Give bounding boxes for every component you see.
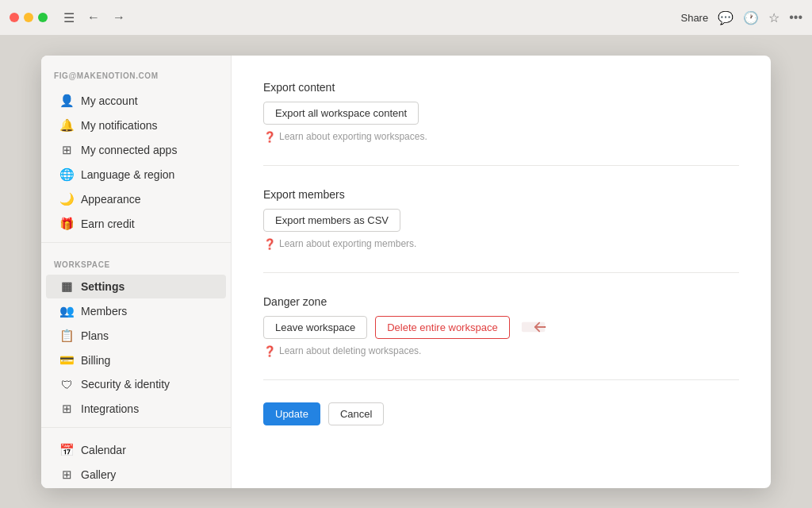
sidebar-item-my-connected-apps[interactable]: ⊞My connected apps	[46, 138, 226, 162]
export-content-help: ❓ Learn about exporting workspaces.	[263, 131, 739, 143]
titlebar-left: ☰ ← →	[10, 9, 128, 27]
help-icon-export: ❓	[263, 131, 276, 143]
help-icon-members: ❓	[263, 238, 276, 250]
integrations-icon: ⊞	[59, 402, 75, 416]
security-identity-label: Security & identity	[81, 378, 170, 391]
history-icon[interactable]: 🕐	[743, 10, 759, 25]
content-area: Export content Export all workspace cont…	[232, 56, 771, 488]
appearance-label: Appearance	[81, 193, 141, 206]
appearance-icon: 🌙	[59, 192, 75, 206]
sidebar: FIG@MAKENOTION.COM 👤My account🔔My notifi…	[41, 56, 232, 488]
delete-workspace-button[interactable]: Delete entire workspace	[375, 316, 509, 339]
sidebar-divider	[41, 242, 231, 243]
footer-buttons: Update Cancel	[263, 402, 739, 425]
sidebar-email: FIG@MAKENOTION.COM	[41, 71, 231, 88]
gallery-label: Gallery	[81, 468, 116, 481]
star-icon[interactable]: ☆	[768, 10, 779, 25]
export-content-title: Export content	[263, 81, 739, 94]
minimize-button[interactable]	[24, 13, 33, 22]
sidebar-item-security-identity[interactable]: 🛡Security & identity	[46, 373, 226, 396]
plans-label: Plans	[81, 329, 109, 342]
titlebar: ☰ ← → Share 💬 🕐 ☆ •••	[0, 0, 812, 35]
danger-zone-title: Danger zone	[263, 295, 739, 308]
leave-workspace-button[interactable]: Leave workspace	[263, 316, 367, 339]
hamburger-icon[interactable]: ☰	[60, 9, 78, 27]
forward-icon[interactable]: →	[109, 9, 128, 26]
account-nav: 👤My account🔔My notifications⊞My connecte…	[41, 89, 231, 236]
workspace-nav: ▦Settings👥Members📋Plans💳Billing🛡Security…	[41, 275, 231, 421]
sidebar-item-my-account[interactable]: 👤My account	[46, 89, 226, 113]
security-identity-icon: 🛡	[59, 378, 75, 391]
svg-rect-0	[522, 322, 545, 332]
settings-icon: ▦	[59, 279, 75, 294]
update-button[interactable]: Update	[263, 402, 320, 425]
fullscreen-button[interactable]	[38, 13, 48, 22]
cancel-button[interactable]: Cancel	[328, 402, 384, 425]
sidebar-item-plans[interactable]: 📋Plans	[46, 324, 226, 348]
sidebar-item-integrations[interactable]: ⊞Integrations	[46, 397, 226, 421]
danger-zone-help: ❓ Learn about deleting workspaces.	[263, 345, 739, 357]
sidebar-item-my-notifications[interactable]: 🔔My notifications	[46, 114, 226, 137]
sidebar-item-gallery[interactable]: ⊞Gallery	[46, 463, 226, 487]
integrations-label: Integrations	[81, 402, 139, 415]
main-area: FIG@MAKENOTION.COM 👤My account🔔My notifi…	[0, 35, 812, 508]
danger-zone-buttons: Leave workspace Delete entire workspace	[263, 316, 739, 339]
plans-icon: 📋	[59, 329, 75, 343]
sidebar-item-members[interactable]: 👥Members	[46, 299, 226, 323]
my-account-icon: 👤	[59, 94, 75, 108]
export-members-help-text: Learn about exporting members.	[279, 238, 416, 249]
billing-icon: 💳	[59, 353, 75, 368]
my-connected-apps-icon: ⊞	[59, 143, 75, 157]
back-icon[interactable]: ←	[84, 9, 103, 26]
sidebar-divider-2	[41, 427, 231, 428]
calendar-icon: 📅	[59, 443, 75, 457]
members-icon: 👥	[59, 304, 75, 318]
traffic-lights	[10, 13, 48, 22]
comment-icon[interactable]: 💬	[718, 10, 733, 25]
export-all-workspace-button[interactable]: Export all workspace content	[263, 102, 419, 125]
help-icon-danger: ❓	[263, 345, 276, 357]
arrow-indicator	[521, 319, 546, 335]
sidebar-item-earn-credit[interactable]: 🎁Earn credit	[46, 212, 226, 236]
earn-credit-label: Earn credit	[81, 217, 135, 230]
share-button[interactable]: Share	[680, 12, 708, 24]
sidebar-item-appearance[interactable]: 🌙Appearance	[46, 187, 226, 211]
settings-label: Settings	[81, 280, 124, 293]
bottom-nav: 📅Calendar⊞Gallery	[41, 434, 231, 487]
workspace-section-label: WORKSPACE	[41, 249, 231, 274]
members-label: Members	[81, 305, 127, 318]
export-members-section: Export members Export members as CSV ❓ L…	[263, 188, 739, 273]
earn-credit-icon: 🎁	[59, 217, 75, 231]
my-connected-apps-label: My connected apps	[81, 144, 177, 156]
more-icon[interactable]: •••	[789, 10, 802, 25]
export-members-title: Export members	[263, 188, 739, 201]
export-members-button[interactable]: Export members as CSV	[263, 209, 400, 232]
calendar-label: Calendar	[81, 444, 126, 456]
danger-zone-section: Danger zone Leave workspace Delete entir…	[263, 295, 739, 380]
settings-modal: FIG@MAKENOTION.COM 👤My account🔔My notifi…	[41, 56, 771, 488]
my-notifications-label: My notifications	[81, 119, 157, 132]
close-button[interactable]	[10, 13, 19, 22]
language-region-label: Language & region	[81, 168, 174, 181]
sidebar-item-billing[interactable]: 💳Billing	[46, 348, 226, 372]
my-notifications-icon: 🔔	[59, 118, 75, 133]
danger-zone-help-text: Learn about deleting workspaces.	[279, 345, 421, 356]
sidebar-item-calendar[interactable]: 📅Calendar	[46, 438, 226, 462]
export-members-help: ❓ Learn about exporting members.	[263, 238, 739, 250]
titlebar-right: Share 💬 🕐 ☆ •••	[680, 10, 802, 25]
billing-label: Billing	[81, 354, 110, 367]
export-content-section: Export content Export all workspace cont…	[263, 81, 739, 166]
sidebar-item-settings[interactable]: ▦Settings	[46, 275, 226, 298]
language-region-icon: 🌐	[59, 167, 75, 182]
my-account-label: My account	[81, 94, 138, 107]
sidebar-item-language-region[interactable]: 🌐Language & region	[46, 163, 226, 187]
export-content-help-text: Learn about exporting workspaces.	[279, 131, 427, 142]
gallery-icon: ⊞	[59, 468, 75, 482]
